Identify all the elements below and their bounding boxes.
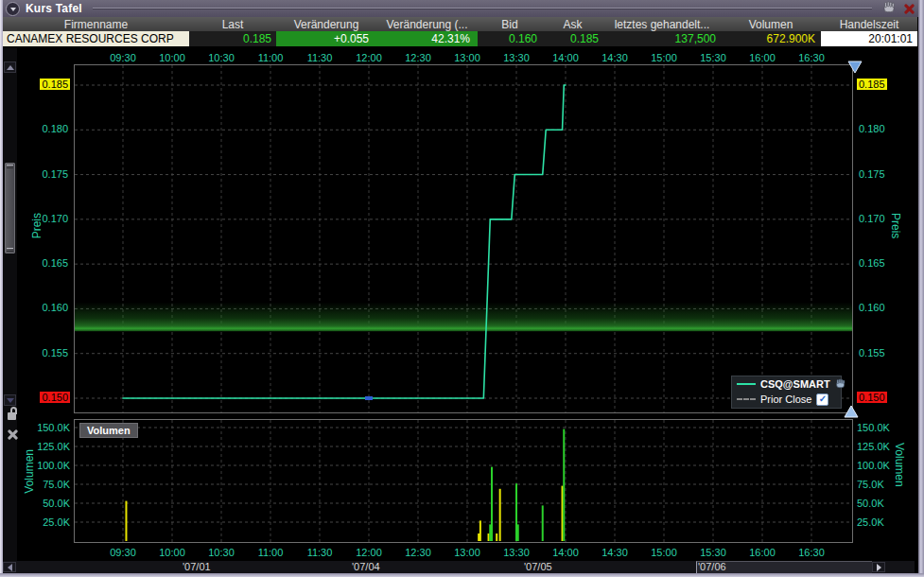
unlock-icon[interactable] xyxy=(8,407,19,422)
prior-close-checkbox[interactable]: ✓ xyxy=(816,393,828,406)
volume-chart xyxy=(75,420,852,542)
scroll-down-button[interactable] xyxy=(4,394,16,406)
price-tick-label: 0.170 xyxy=(857,213,900,224)
close-icon[interactable] xyxy=(904,4,915,14)
time-axis-label-top: 16:00 xyxy=(741,52,783,63)
header-bid[interactable]: Bid xyxy=(478,17,542,31)
volume-chart-pane[interactable] xyxy=(74,419,853,543)
header-firmenname[interactable]: Firmenname xyxy=(3,17,189,31)
price-tick-label: 0.185 xyxy=(26,79,70,90)
time-axis-label-top: 14:00 xyxy=(545,52,586,63)
header-last[interactable]: Last xyxy=(189,17,276,31)
header-veraenderung[interactable]: Veränderung xyxy=(276,17,376,31)
prior-close-dash-swatch xyxy=(737,398,756,400)
title-bar: Kurs Tafel xyxy=(0,0,924,17)
date-label: '07/06 xyxy=(698,561,726,572)
volume-tick-label: 50.0K xyxy=(857,498,908,509)
header-handelszeit[interactable]: Handelszeit xyxy=(821,17,917,31)
cell-change-pct: 42.31% xyxy=(376,31,478,46)
price-tick-label: 0.185 xyxy=(857,79,900,90)
cell-firmenname[interactable]: CANAMEX RESOURCES CORP xyxy=(3,31,189,46)
time-axis-label-bottom: 15:30 xyxy=(692,547,734,558)
price-tick-label: 0.165 xyxy=(857,257,900,269)
time-axis-label-top: 13:00 xyxy=(446,52,488,63)
time-axis-label-bottom: 11:00 xyxy=(250,547,291,558)
scroll-left-button[interactable] xyxy=(3,562,16,572)
price-tick-label: 0.180 xyxy=(26,123,70,134)
time-axis-label-bottom: 09:30 xyxy=(102,547,144,558)
legend-row-series: CSQ@SMART xyxy=(732,376,841,392)
vertical-scrollbar[interactable] xyxy=(3,48,17,573)
volume-tick-label: 100.0K xyxy=(857,460,908,471)
price-tick-label: 0.160 xyxy=(26,302,70,313)
prior-close-band xyxy=(75,302,852,331)
volume-bar xyxy=(491,467,493,541)
time-axis-label-bottom: 14:00 xyxy=(545,547,586,558)
legend-row-prior-close: Prior Close ✓ xyxy=(732,392,841,407)
header-letztes-gehandelt[interactable]: letztes gehandelt... xyxy=(603,17,721,31)
time-axis-label-top: 10:30 xyxy=(200,52,242,63)
arrow-right-icon xyxy=(877,564,881,571)
pane-resize-handle-bottom[interactable] xyxy=(844,405,859,422)
volume-bar xyxy=(542,505,544,541)
arrow-left-icon xyxy=(8,564,12,571)
scroll-up-button[interactable] xyxy=(4,61,16,73)
header-volumen[interactable]: Volumen xyxy=(721,17,821,31)
volume-bar xyxy=(489,524,491,541)
price-tick-label: 0.170 xyxy=(26,213,70,224)
move-hand-icon[interactable] xyxy=(882,0,897,17)
window-border-right[interactable] xyxy=(918,0,924,577)
time-axis-label-bottom: 16:30 xyxy=(791,547,832,558)
time-axis-label-bottom: 13:00 xyxy=(446,547,488,558)
arrow-down-icon xyxy=(7,398,14,403)
quote-table-row[interactable]: CANAMEX RESOURCES CORP 0.185 +0.055 42.3… xyxy=(3,31,917,46)
volume-tick-label: 100.0K xyxy=(19,460,70,471)
price-chart-pane[interactable] xyxy=(74,64,853,413)
window-border-bottom[interactable] xyxy=(0,573,924,577)
price-tick-label: 0.175 xyxy=(26,168,70,180)
volume-tick-label: 75.0K xyxy=(19,479,70,490)
scroll-right-button[interactable] xyxy=(872,562,885,572)
volume-tick-label: 125.0K xyxy=(857,441,908,452)
time-axis-label-bottom: 14:30 xyxy=(594,547,636,558)
vertical-scrollbar-thumb[interactable] xyxy=(5,163,15,254)
volume-bar xyxy=(515,483,517,541)
price-tick-label: 0.155 xyxy=(26,347,70,358)
cell-bid: 0.160 xyxy=(478,31,542,46)
volume-tick-label: 50.0K xyxy=(19,498,70,509)
time-axis-label-bottom: 15:00 xyxy=(643,547,685,558)
time-axis-label-top: 11:00 xyxy=(250,52,291,63)
price-tick-label: 0.180 xyxy=(857,123,900,134)
volume-tick-label: 150.0K xyxy=(857,422,908,433)
prior-close-label: Prior Close xyxy=(760,393,811,405)
cell-change: +0.055 xyxy=(276,31,376,46)
series-label: CSQ@SMART xyxy=(760,378,830,390)
time-axis-label-top: 15:30 xyxy=(692,52,734,63)
legend-hand-icon[interactable] xyxy=(835,378,846,391)
remove-icon[interactable] xyxy=(8,429,18,440)
date-label: '07/04 xyxy=(352,561,380,572)
price-tick-label: 0.160 xyxy=(857,302,900,313)
chart-legend: CSQ@SMART Prior Close ✓ xyxy=(731,376,842,409)
time-axis-label-top: 12:00 xyxy=(348,52,390,63)
title-divider xyxy=(93,8,872,9)
time-axis-label-bottom: 12:00 xyxy=(348,547,390,558)
time-axis-label-top: 09:30 xyxy=(102,52,144,63)
header-ask[interactable]: Ask xyxy=(542,17,603,31)
price-tick-label: 0.150 xyxy=(26,392,70,403)
pane-resize-handle-top[interactable] xyxy=(847,61,863,78)
cell-last-size: 137,500 xyxy=(603,31,721,46)
time-axis-label-top: 16:30 xyxy=(791,52,832,63)
arrow-up-icon xyxy=(7,65,14,70)
kurs-tafel-window: Kurs Tafel Firmenname Last Veränderung V… xyxy=(0,0,924,577)
horizontal-scrollbar[interactable]: '07/01'07/04'07/05'07/06 xyxy=(3,561,915,573)
collapse-chevron-icon[interactable] xyxy=(6,2,20,16)
volume-bar xyxy=(563,429,565,541)
cell-last: 0.185 xyxy=(189,31,276,46)
header-veraenderung-pct[interactable]: Veränderung (... xyxy=(376,17,478,31)
volume-tick-label: 75.0K xyxy=(857,479,908,490)
price-line xyxy=(123,85,566,398)
window-title: Kurs Tafel xyxy=(26,2,82,15)
window-border-left xyxy=(0,0,3,577)
volume-bar xyxy=(562,486,564,541)
